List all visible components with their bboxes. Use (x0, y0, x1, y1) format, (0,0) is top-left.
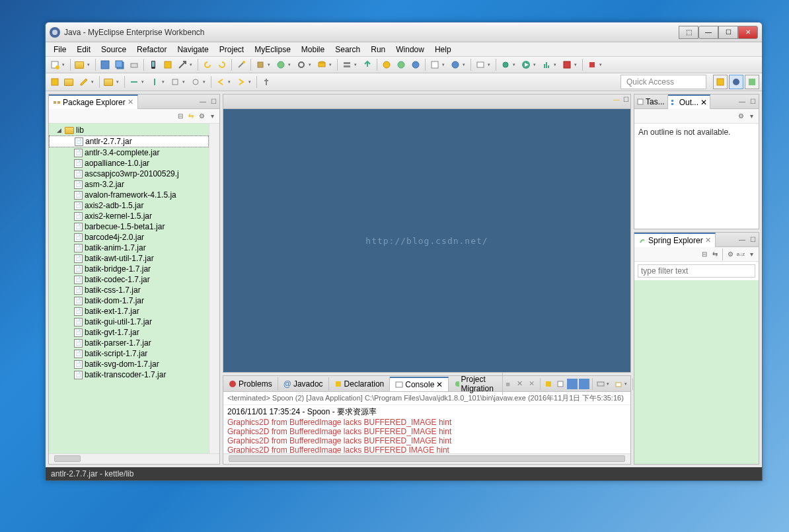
tab-outline[interactable]: Out...✕ (668, 95, 710, 109)
dropdown-icon[interactable]: ▾ (203, 79, 208, 85)
filter-icon[interactable]: ⚙ (197, 112, 206, 121)
menu-edit[interactable]: Edit (71, 44, 96, 56)
horizontal-scrollbar[interactable] (223, 453, 630, 464)
horizontal-scrollbar[interactable] (49, 453, 219, 464)
hammer-icon[interactable] (176, 58, 189, 71)
tab-tasks[interactable]: Tas... (634, 95, 668, 108)
show-stdout-icon[interactable] (579, 379, 589, 389)
server-icon[interactable] (340, 58, 354, 71)
package-tree[interactable]: ◢lib📄antlr-2.7.7.jar📄antlr-3.4-complete.… (49, 124, 209, 453)
tree-item[interactable]: 📄axis2-kernel-1.5.jar (49, 211, 209, 221)
close-icon[interactable]: ✕ (128, 98, 133, 106)
tree-item[interactable]: 📄batik-ext-1.7.jar (49, 306, 209, 317)
package-icon[interactable] (254, 58, 267, 71)
dropdown-icon[interactable]: ▾ (513, 62, 518, 67)
edit-icon[interactable] (428, 58, 441, 71)
new-icon[interactable] (48, 58, 61, 71)
dropdown-icon[interactable]: ▾ (91, 79, 96, 85)
nav-icon4[interactable] (189, 75, 202, 89)
print-icon[interactable] (128, 58, 141, 71)
tab-package-explorer[interactable]: Package Explorer ✕ (49, 95, 138, 109)
tree-folder-lib[interactable]: ◢lib (49, 125, 209, 135)
open-type-icon[interactable] (48, 75, 61, 89)
tree-item[interactable]: 📄antlr-3.4-complete.jar (49, 147, 209, 158)
extra-button[interactable]: ⬚ (679, 26, 698, 39)
sort-icon[interactable]: ⚙ (736, 112, 745, 121)
tab-spring-explorer[interactable]: Spring Explorer ✕ (634, 233, 716, 247)
clear-icon[interactable] (555, 379, 566, 389)
menu-help[interactable]: Help (430, 44, 457, 56)
dropdown-icon[interactable]: ▾ (599, 62, 605, 67)
dropdown-icon[interactable]: ▾ (182, 79, 188, 85)
perspective-java-icon[interactable] (729, 75, 743, 89)
pin-console-icon[interactable] (567, 379, 578, 389)
save-all-icon[interactable] (113, 58, 126, 71)
nav-icon2[interactable] (148, 75, 161, 89)
menu-run[interactable]: Run (365, 44, 391, 56)
tree-item[interactable]: 📄batik-parser-1.7.jar (49, 338, 209, 348)
tree-item[interactable]: 📄aopalliance-1.0.jar (49, 158, 209, 169)
minimize-button[interactable]: — (698, 26, 718, 39)
pin-icon[interactable] (260, 75, 273, 89)
dropdown-icon[interactable]: ▾ (624, 381, 630, 387)
nav-icon3[interactable] (169, 75, 182, 89)
display-icon[interactable] (595, 379, 606, 389)
browser2-icon[interactable] (394, 58, 408, 71)
menu-refactor[interactable]: Refactor (132, 44, 172, 56)
tree-item[interactable]: 📄batik-gui-util-1.7.jar (49, 317, 209, 327)
console-output[interactable]: 2016/11/01 17:35:24 - Spoon - 要求资源率Graph… (223, 405, 630, 453)
remove-all-icon[interactable]: ⨯ (527, 379, 537, 389)
link-icon[interactable]: ⇆ (186, 112, 196, 121)
redo-icon[interactable] (215, 58, 229, 71)
dropdown-icon[interactable]: ▾ (62, 62, 67, 67)
tree-item[interactable]: 📄barcode4j-2.0.jar (49, 232, 209, 243)
menu-source[interactable]: Source (96, 44, 132, 56)
scroll-lock-icon[interactable] (543, 379, 554, 389)
dropdown-icon[interactable]: ▾ (488, 62, 493, 67)
stop-icon[interactable] (585, 58, 599, 71)
dropdown-icon[interactable]: ▾ (87, 62, 93, 67)
tree-item[interactable]: 📄avalon-framework-4.1.5.ja (49, 190, 209, 200)
close-icon[interactable]: ✕ (700, 98, 707, 107)
forward-icon[interactable] (235, 75, 248, 89)
undo-icon[interactable] (201, 58, 214, 71)
profile-icon[interactable] (540, 58, 553, 71)
run-icon[interactable] (519, 58, 533, 71)
dropdown-icon[interactable]: ▾ (607, 381, 612, 387)
mobile-icon[interactable] (147, 58, 160, 71)
menu-myeclipse[interactable]: MyEclipse (249, 44, 296, 56)
tree-item[interactable]: 📄asm-3.2.jar (49, 179, 209, 190)
menu-project[interactable]: Project (214, 44, 249, 56)
wand-icon[interactable] (235, 58, 248, 71)
dropdown-icon[interactable]: ▾ (190, 62, 195, 67)
close-icon[interactable]: ✕ (436, 380, 443, 389)
dropdown-icon[interactable]: ▾ (309, 62, 314, 67)
dropdown-icon[interactable]: ▾ (162, 79, 167, 85)
minimize-view-icon[interactable]: — (737, 97, 747, 106)
tree-item[interactable]: 📄batik-bridge-1.7.jar (49, 264, 209, 274)
maximize-view-icon[interactable]: ☐ (621, 95, 630, 104)
tree-item[interactable]: 📄batik-anim-1.7.jar (49, 243, 209, 253)
dropdown-icon[interactable]: ▾ (268, 62, 273, 67)
titlebar[interactable]: Java - MyEclipse Enterprise Workbench ⬚ … (46, 22, 762, 42)
external-icon[interactable] (560, 58, 574, 71)
filter-icon[interactable]: ⚙ (726, 250, 735, 259)
menu-file[interactable]: File (48, 44, 71, 56)
open-folder2-icon[interactable] (102, 75, 116, 89)
dropdown-icon[interactable]: ▾ (116, 79, 122, 85)
dropdown-icon[interactable]: ▾ (442, 62, 447, 67)
collapse-icon[interactable]: ⊟ (176, 112, 185, 121)
tree-item[interactable]: 📄batik-script-1.7.jar (49, 348, 209, 359)
close-button[interactable]: ✕ (738, 26, 758, 39)
menu-icon[interactable]: ▾ (747, 112, 756, 121)
remove-icon[interactable]: ✕ (515, 379, 525, 389)
dropdown-icon[interactable]: ▾ (288, 62, 293, 67)
expand-icon[interactable]: ◢ (57, 127, 65, 133)
tree-item[interactable]: 📄batik-css-1.7.jar (49, 285, 209, 295)
pic-icon[interactable] (474, 58, 487, 71)
dropdown-icon[interactable]: ▾ (574, 62, 580, 67)
tree-item[interactable]: 📄axis2-adb-1.5.jar (49, 200, 209, 211)
back-icon[interactable] (214, 75, 227, 89)
pencil-icon[interactable] (77, 75, 91, 89)
scroll-thumb[interactable] (54, 455, 81, 462)
